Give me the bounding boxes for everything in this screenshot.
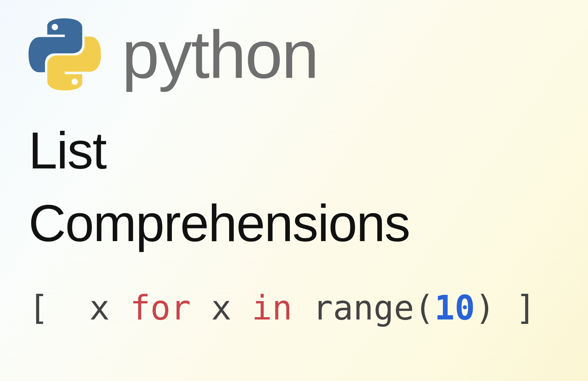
code-keyword-in: in [252,288,292,328]
title-line-2: Comprehensions [29,187,588,260]
code-func-range: range [313,288,414,328]
code-keyword-for: for [130,288,191,328]
code-open-paren: ( [414,288,434,328]
code-loop-var: x [211,288,231,328]
title-line-1: List [29,114,588,187]
slide-title: List Comprehensions [29,114,588,260]
code-rbracket: ] [516,288,536,328]
code-lbracket: [ [29,288,49,328]
code-number: 10 [435,288,475,328]
code-close-paren: ) [475,288,495,328]
python-logo-icon [29,18,101,91]
python-wordmark: python [122,21,318,88]
code-expr-var: x [89,288,110,328]
header: python [0,0,588,91]
code-example: [ x for x in range(10) ] [29,288,588,328]
